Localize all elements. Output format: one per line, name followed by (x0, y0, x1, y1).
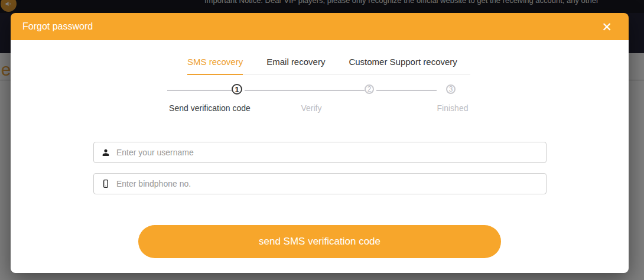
tab-email-recovery[interactable]: Email recovery (266, 57, 325, 74)
step-1-label: Send verification code (169, 103, 251, 113)
stepper-track-segment (167, 90, 232, 91)
username-field-wrapper (93, 142, 547, 163)
modal-header: Forgot password ✕ (11, 13, 629, 40)
step-2-circle: 2 (365, 84, 374, 94)
close-icon[interactable]: ✕ (597, 19, 617, 34)
tab-customer-support-recovery[interactable]: Customer Support recovery (349, 57, 457, 74)
phone-field-wrapper (93, 173, 547, 194)
recovery-tabs: SMS recovery Email recovery Customer Sup… (187, 57, 470, 75)
step-1-circle: 1 (232, 84, 242, 95)
modal-body: SMS recovery Email recovery Customer Sup… (11, 40, 629, 273)
username-input[interactable] (116, 148, 539, 157)
stepper-track-segment (376, 90, 437, 91)
forgot-password-modal: Forgot password ✕ SMS recovery Email rec… (11, 13, 629, 273)
step-2-label: Verify (301, 103, 321, 113)
person-icon (101, 148, 110, 157)
send-sms-code-button[interactable]: send SMS verification code (138, 225, 501, 258)
tab-sms-recovery[interactable]: SMS recovery (187, 57, 243, 74)
stepper-track-segment (245, 90, 365, 91)
step-3-label: Finished (437, 103, 469, 113)
step-3-circle: 3 (446, 84, 456, 94)
mobile-phone-icon (101, 179, 110, 188)
bindphone-input[interactable] (116, 179, 539, 188)
screen: Register Important Notice: Dear VIP play… (0, 0, 644, 280)
modal-title: Forgot password (22, 21, 93, 32)
